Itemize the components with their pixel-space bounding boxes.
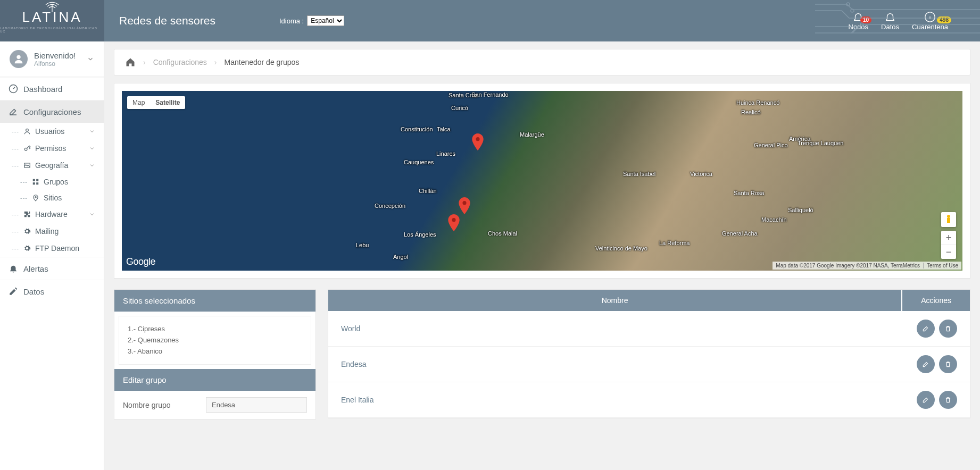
gear-icon	[23, 228, 31, 235]
delete-button[interactable]	[939, 320, 957, 338]
svg-point-15	[35, 197, 36, 198]
city-label: Concepción	[375, 203, 405, 209]
chevron-down-icon	[89, 162, 95, 169]
welcome-text: Bienvenido!	[34, 51, 76, 60]
site-list: 1.- Cipreses 2.- Quemazones 3.- Abanico	[119, 316, 311, 365]
nodos-button[interactable]: 10 Nodos	[849, 11, 869, 31]
sidebar-item-alertas[interactable]: Alertas	[0, 257, 104, 280]
language-select[interactable]: Español	[307, 15, 344, 26]
avatar-icon	[10, 50, 28, 68]
user-menu[interactable]: Bienvenido! Alfonso	[0, 41, 104, 77]
edit-button[interactable]	[917, 320, 935, 338]
city-label: General Pico	[754, 142, 788, 148]
city-label: Santa Isabel	[623, 171, 655, 177]
city-label: Realicó	[741, 109, 761, 115]
list-item: 1.- Cipreses	[128, 324, 302, 335]
nodos-badge: 10	[860, 16, 871, 23]
zoom-control: + −	[941, 231, 956, 259]
sidebar-item-mailing[interactable]: ---Mailing	[0, 223, 104, 240]
svg-point-17	[462, 201, 466, 205]
map-marker-icon[interactable]	[459, 197, 470, 214]
map-marker-icon[interactable]	[448, 214, 460, 231]
svg-point-6	[16, 55, 20, 59]
svg-point-18	[452, 218, 455, 222]
sidebar-item-usuarios[interactable]: ---Usuarios	[0, 123, 104, 140]
home-icon[interactable]	[125, 57, 136, 68]
image-icon	[23, 162, 31, 169]
sidebar-item-dashboard[interactable]: Dashboard	[0, 77, 104, 100]
sidebar-item-permisos[interactable]: ---Permisos	[0, 140, 104, 157]
svg-rect-11	[33, 179, 35, 181]
list-item: 2.- Quemazones	[128, 335, 302, 346]
delete-button[interactable]	[939, 391, 957, 409]
list-item: 3.- Abanico	[128, 346, 302, 357]
pegman-control[interactable]	[941, 212, 956, 227]
city-label: Linares	[436, 150, 455, 157]
chevron-down-icon	[89, 128, 95, 135]
city-label: Macachín	[761, 216, 787, 223]
map-attribution: Map data ©2017 Google Imagery ©2017 NASA…	[773, 262, 961, 270]
breadcrumb-current: Mantenedor de grupos	[225, 58, 300, 66]
chevron-down-icon	[87, 55, 94, 63]
svg-rect-12	[36, 179, 38, 181]
pencil-icon	[9, 287, 18, 296]
city-label: Huinca Renancó	[736, 99, 779, 106]
city-label: Chos Malal	[488, 230, 517, 237]
chevron-down-icon	[89, 145, 95, 152]
col-nombre: Nombre	[328, 290, 902, 311]
pegman-icon	[944, 214, 953, 225]
map-marker-icon[interactable]	[472, 133, 484, 150]
language-switcher: Idioma : Español	[279, 15, 344, 26]
svg-point-5	[846, 3, 850, 6]
city-label: Veinticinco de Mayo	[595, 245, 647, 251]
svg-rect-14	[36, 182, 38, 184]
map-type-map[interactable]: Map	[127, 96, 150, 109]
sidebar-item-configuraciones[interactable]: Configuraciones	[0, 100, 104, 123]
svg-rect-13	[33, 182, 35, 184]
svg-point-19	[947, 215, 950, 218]
antenna-icon	[43, 2, 61, 12]
city-label: Curicó	[451, 105, 468, 111]
edit-icon	[9, 107, 18, 116]
table-row: Endesa	[328, 347, 970, 382]
selected-sites-panel: Sitios seleccionados 1.- Cipreses 2.- Qu…	[114, 289, 316, 419]
brand-logo[interactable]: LATINA LABORATORIO DE TECNOLOGÍAS INALÁM…	[0, 0, 104, 41]
edit-button[interactable]	[917, 355, 935, 373]
svg-point-16	[476, 137, 479, 141]
city-label: Talca	[437, 126, 451, 132]
city-label: Santa Rosa	[734, 190, 764, 196]
sidebar: Bienvenido! Alfonso Dashboard Configurac…	[0, 41, 104, 470]
chevron-down-icon	[89, 211, 95, 217]
edit-icon	[922, 396, 929, 404]
zoom-in-button[interactable]: +	[941, 231, 956, 245]
group-name-input[interactable]	[206, 397, 307, 413]
cuarentena-button[interactable]: 498 Cuarentena	[912, 11, 948, 31]
sidebar-item-grupos[interactable]: ---Grupos	[0, 174, 104, 190]
edit-button[interactable]	[917, 391, 935, 409]
col-acciones: Acciones	[902, 290, 970, 311]
groups-table: Nombre Acciones World Endesa	[328, 290, 970, 418]
map-type-control: Map Satellite	[127, 96, 185, 109]
zoom-out-button[interactable]: −	[941, 245, 956, 259]
map[interactable]: Map Satellite San Fernando Santa Cruz Hu…	[122, 91, 962, 271]
trash-icon	[944, 360, 952, 368]
google-logo: Google	[126, 256, 155, 267]
map-type-satellite[interactable]: Satellite	[150, 96, 185, 109]
trash-icon	[944, 396, 952, 404]
sidebar-item-sitios[interactable]: ---Sitios	[0, 190, 104, 206]
sidebar-item-datos[interactable]: Datos	[0, 280, 104, 303]
user-name: Alfonso	[34, 60, 76, 68]
sidebar-item-hardware[interactable]: ---Hardware	[0, 206, 104, 223]
dashboard-icon	[9, 84, 18, 94]
datos-button[interactable]: Datos	[881, 11, 899, 31]
delete-button[interactable]	[939, 355, 957, 373]
sidebar-item-geografia[interactable]: ---Geografía	[0, 157, 104, 174]
sidebar-item-ftp[interactable]: ---FTP Daemon	[0, 240, 104, 257]
chevron-right-icon: ›	[214, 58, 217, 66]
info-icon	[924, 11, 936, 23]
breadcrumb-config[interactable]: Configuraciones	[153, 58, 207, 66]
cuarentena-badge: 498	[937, 16, 951, 23]
terms-link[interactable]: Terms of Use	[923, 263, 958, 268]
group-name-label: Nombre grupo	[123, 401, 206, 409]
city-label: Salliqueló	[788, 207, 813, 213]
